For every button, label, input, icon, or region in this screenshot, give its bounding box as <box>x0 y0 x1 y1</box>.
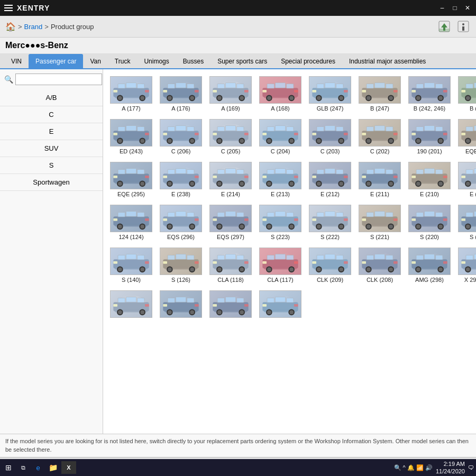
car-label: 190 (201) <box>417 148 442 154</box>
svg-point-324 <box>240 225 244 229</box>
car-item[interactable]: EQE (295) <box>107 159 155 200</box>
car-item[interactable]: C (204) <box>257 116 304 157</box>
breadcrumb-brand[interactable]: Brand <box>24 23 43 31</box>
svg-rect-232 <box>213 176 217 178</box>
car-label: EQE (295) <box>117 191 145 197</box>
svg-point-322 <box>217 225 222 229</box>
svg-rect-409 <box>168 255 175 260</box>
car-item[interactable]: CLK (208) <box>356 245 404 286</box>
car-item[interactable]: E (207) <box>455 159 476 200</box>
car-item[interactable]: E (212) <box>306 159 354 200</box>
svg-point-190 <box>466 139 470 143</box>
tab-busses[interactable]: Busses <box>176 54 210 68</box>
car-item[interactable]: S (221) <box>356 202 404 243</box>
svg-rect-412 <box>163 261 167 264</box>
car-item[interactable]: C (203) <box>306 116 354 157</box>
car-thumbnail <box>359 205 401 232</box>
car-item[interactable]: C (205) <box>207 116 254 157</box>
svg-point-310 <box>168 225 172 229</box>
car-item[interactable]: GLB (247) <box>306 74 354 114</box>
grid-area[interactable]: A (177) A (176) A (169) <box>103 69 476 434</box>
sidebar-item-c[interactable]: C <box>0 106 103 123</box>
car-item[interactable]: C (206) <box>157 116 205 157</box>
car-item[interactable]: S (220) <box>406 202 453 243</box>
car-item[interactable]: CLK (209) <box>306 245 354 286</box>
xentry-task-icon[interactable]: X <box>61 461 76 474</box>
svg-rect-171 <box>386 126 393 131</box>
car-item[interactable]: S (222) <box>306 202 354 243</box>
svg-rect-433 <box>267 255 274 260</box>
svg-rect-361 <box>367 212 373 217</box>
svg-rect-364 <box>362 218 366 221</box>
car-item[interactable]: B (242, 246) <box>406 74 453 114</box>
car-item[interactable]: E (238) <box>157 159 205 200</box>
tab-unimogs[interactable]: Unimogs <box>137 54 176 68</box>
car-label: C (205) <box>221 148 241 154</box>
car-item[interactable]: 124 (124) <box>107 202 155 243</box>
info-icon[interactable] <box>456 19 471 34</box>
svg-point-226 <box>217 182 222 186</box>
taskview-icon[interactable]: ⧉ <box>17 461 30 474</box>
tab-passenger[interactable]: Passenger car <box>29 54 83 68</box>
search-input[interactable] <box>15 74 102 85</box>
car-item[interactable]: E (214) <box>207 159 254 200</box>
car-item[interactable]: EQE (294) <box>455 116 476 157</box>
car-item[interactable]: E (211) <box>356 159 404 200</box>
svg-point-154 <box>317 139 321 143</box>
menu-icon[interactable] <box>4 5 13 11</box>
sidebar-item-e[interactable]: E <box>0 123 103 140</box>
car-item[interactable] <box>157 288 205 322</box>
tab-industrial[interactable]: Industrial major assemblies <box>342 54 433 68</box>
svg-rect-401 <box>145 261 149 264</box>
minimize-button[interactable]: – <box>438 4 446 12</box>
car-item[interactable]: CLA (118) <box>207 245 254 286</box>
tab-special[interactable]: Special procedures <box>274 54 342 68</box>
svg-rect-267 <box>386 169 393 174</box>
car-item[interactable]: E (210) <box>406 159 453 200</box>
sidebar-item-s[interactable]: S <box>0 157 103 174</box>
car-item[interactable]: S (217) <box>455 202 476 243</box>
upload-icon[interactable] <box>437 19 452 34</box>
tab-van[interactable]: Van <box>83 54 107 68</box>
tab-super-sports[interactable]: Super sports cars <box>210 54 274 68</box>
svg-point-4 <box>462 23 464 25</box>
car-item[interactable] <box>207 288 254 322</box>
car-item[interactable]: 190 (201) <box>406 116 453 157</box>
car-item[interactable]: A (169) <box>207 74 254 114</box>
svg-rect-519 <box>237 298 244 303</box>
sidebar-item-sportwagen[interactable]: Sportwagen <box>0 174 103 191</box>
car-item[interactable]: B (247) <box>356 74 404 114</box>
car-item[interactable]: A (176) <box>157 74 205 114</box>
car-item[interactable]: S (223) <box>257 202 304 243</box>
svg-rect-316 <box>163 218 167 221</box>
car-item[interactable]: AMG (298) <box>406 245 453 286</box>
close-button[interactable]: ✕ <box>463 4 472 12</box>
browser-icon[interactable]: e <box>32 461 44 474</box>
car-item[interactable]: B (245) <box>455 74 476 114</box>
car-item[interactable] <box>107 288 155 322</box>
tab-vin[interactable]: VIN <box>4 54 29 68</box>
car-item[interactable]: C (202) <box>356 116 404 157</box>
start-icon[interactable]: ⊞ <box>2 461 15 474</box>
svg-rect-63 <box>336 84 343 88</box>
car-item[interactable]: A (168) <box>257 74 304 114</box>
search-icon[interactable]: 🔍 <box>4 75 13 84</box>
car-item[interactable]: E (213) <box>257 159 304 200</box>
sidebar-item-suv[interactable]: SUV <box>0 140 103 157</box>
notification-icon[interactable]: 🗨 <box>468 464 474 471</box>
car-item[interactable]: A (177) <box>107 74 155 114</box>
tab-truck[interactable]: Truck <box>108 54 138 68</box>
car-item[interactable]: S (126) <box>157 245 205 286</box>
folder-icon[interactable]: 📁 <box>47 461 59 474</box>
maximize-button[interactable]: □ <box>451 4 459 12</box>
car-item[interactable]: S (140) <box>107 245 155 286</box>
sidebar-item-ab[interactable]: A/B <box>0 89 103 106</box>
car-item[interactable]: ED (243) <box>107 116 155 157</box>
car-item[interactable]: CLA (117) <box>257 245 304 286</box>
car-item[interactable]: EQS (297) <box>207 202 254 243</box>
taskbar-right: 🔍 ^ 🔔 📶 🔊 2:19 AM 11/24/2020 🗨 <box>394 460 474 475</box>
car-item[interactable] <box>257 288 304 322</box>
car-item[interactable]: EQS (296) <box>157 202 205 243</box>
svg-rect-16 <box>113 90 117 93</box>
car-item[interactable]: X 290 AMG <box>455 245 476 286</box>
